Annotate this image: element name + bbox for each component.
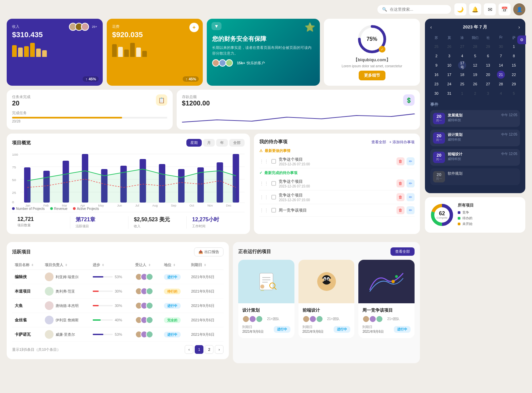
mail-icon[interactable]: ✉ xyxy=(484,3,496,15)
todo-delete-btn[interactable]: 🗑 xyxy=(396,157,405,165)
todo-edit-btn[interactable]: ✏ xyxy=(407,193,415,201)
cal-day[interactable]: 7 xyxy=(497,52,505,60)
cal-day[interactable]: 24 xyxy=(445,80,453,88)
cal-day[interactable]: 4 xyxy=(458,52,466,60)
drag-handle[interactable]: ⋮⋮ xyxy=(259,194,269,200)
cal-day[interactable]: 25 xyxy=(458,80,466,88)
search-input[interactable] xyxy=(390,7,443,12)
cal-day[interactable]: 17 xyxy=(445,71,453,79)
page-2-btn[interactable]: 2 xyxy=(205,345,213,354)
cal-day[interactable]: 10 xyxy=(445,61,453,69)
cal-day[interactable]: 17号 xyxy=(458,61,466,69)
chart-tab-week[interactable]: 星期 xyxy=(186,139,202,147)
cal-day[interactable]: 29 xyxy=(484,43,492,51)
running-section: 正在运行的项目 查看全部 xyxy=(233,242,420,363)
cal-day[interactable]: 3 xyxy=(445,52,453,60)
todo-edit-btn[interactable]: ✏ xyxy=(407,179,415,187)
cal-day[interactable]: 26 xyxy=(471,80,479,88)
drag-handle[interactable]: ⋮⋮ xyxy=(259,181,269,186)
bell-icon[interactable]: 🔔 xyxy=(469,3,481,15)
todo-delete-btn[interactable]: 🗑 xyxy=(396,193,405,201)
cal-next-btn[interactable]: › xyxy=(518,24,520,30)
cal-day[interactable]: 30 xyxy=(432,89,440,97)
cal-day[interactable]: 28 xyxy=(471,43,479,51)
todo-checkbox[interactable] xyxy=(271,195,276,200)
cal-day[interactable]: 2 xyxy=(432,52,440,60)
cal-day[interactable]: 1 xyxy=(510,43,518,51)
cal-day[interactable]: 27 xyxy=(458,43,466,51)
cal-day[interactable]: 31 xyxy=(445,89,453,97)
status-badge: 进行中 xyxy=(164,274,181,280)
cal-day[interactable]: 30 xyxy=(497,43,505,51)
cal-day[interactable]: 5 xyxy=(471,52,479,60)
more-detail-btn[interactable]: 更多细节 xyxy=(359,71,385,80)
view-all-todo-btn[interactable]: 查看全部 xyxy=(371,140,386,145)
todo-edit-btn[interactable]: ✏ xyxy=(407,157,415,165)
todo-checkbox[interactable] xyxy=(271,159,276,164)
cal-day[interactable]: 4 xyxy=(497,89,505,97)
cal-day[interactable]: 14 xyxy=(497,61,505,69)
todo-edit-btn[interactable]: ✏ xyxy=(407,206,415,214)
cal-day[interactable]: 20 xyxy=(484,71,492,79)
cal-day[interactable]: 19 xyxy=(471,71,479,79)
cal-day-today[interactable]: 21 xyxy=(497,71,505,79)
todo-checkbox[interactable] xyxy=(271,181,276,186)
cal-day[interactable]: 2 xyxy=(471,89,479,97)
search-box[interactable]: 🔍 xyxy=(377,5,451,14)
chart-tab-all[interactable]: 全部 xyxy=(229,139,245,147)
customers-label: 快乐的客户 xyxy=(247,61,265,66)
progress-circle: 75% ✓ xyxy=(357,24,387,54)
cal-day[interactable]: 18 xyxy=(458,71,466,79)
cal-day[interactable]: 27 xyxy=(484,80,492,88)
stat-hours: 12,275小时 xyxy=(192,216,239,223)
todo-delete-btn[interactable]: 🗑 xyxy=(396,179,405,187)
moon-icon[interactable]: 🌙 xyxy=(454,3,466,15)
view-all-running-btn[interactable]: 查看全部 xyxy=(390,247,415,256)
cal-day[interactable]: 28 xyxy=(497,80,505,88)
cal-day[interactable]: 25 xyxy=(432,43,440,51)
chart-tab-month[interactable]: 月 xyxy=(203,139,215,147)
page-prev-btn[interactable]: ‹ xyxy=(185,345,193,354)
drag-handle[interactable]: ⋮⋮ xyxy=(259,159,269,164)
cal-day[interactable]: 29 xyxy=(510,80,518,88)
cal-day[interactable]: 5 xyxy=(510,89,518,97)
todo-item: ⋮⋮ 竞争这个项目 2023-12-26 07:15:00 🗑 ✏ xyxy=(259,177,415,190)
calendar-settings-btn[interactable]: ⚙ xyxy=(517,35,526,44)
running-card-frontend: 前端设计 21+团队 到期日 2021年9月6日 xyxy=(298,260,355,338)
events-section: 事件 20 周一 发展规划 威特科技 中午 12:05 20 xyxy=(430,102,520,185)
cal-day[interactable]: 23 xyxy=(432,80,440,88)
cal-day[interactable]: 22 xyxy=(510,71,518,79)
export-btn[interactable]: 📤 出口报告 xyxy=(194,247,224,256)
cal-day[interactable]: 12 xyxy=(471,61,479,69)
calendar-icon[interactable]: 📅 xyxy=(499,3,511,15)
event-company: 威特科技 xyxy=(448,137,499,142)
cal-day[interactable]: 16 xyxy=(432,71,440,79)
expense-card: 花费 $920.035 + ↑45% xyxy=(107,19,203,86)
chart-tab-year[interactable]: 年 xyxy=(216,139,228,147)
cal-day[interactable]: 9 xyxy=(432,61,440,69)
cal-day[interactable]: 8 xyxy=(510,52,518,60)
user-avatar[interactable]: 👤 xyxy=(513,3,525,15)
cal-day[interactable]: 3 xyxy=(484,89,492,97)
expense-add-btn[interactable]: + xyxy=(189,23,199,32)
all-projects-donut: 62 Compete xyxy=(430,203,454,227)
cal-day[interactable]: 1 xyxy=(458,89,466,97)
cal-day[interactable]: 26 xyxy=(445,43,453,51)
page-next-btn[interactable]: › xyxy=(215,345,224,354)
projects-table: 项目名称 ⬍ 项目负责人 ⬍ 进步 ⬍ 受让人 ⬍ 地位 ⬍ 到期日 ⬍ 编辑侠… xyxy=(12,260,224,342)
tasks-icon: 📋 xyxy=(156,94,167,106)
cal-day[interactable]: 13 xyxy=(484,61,492,69)
cal-prev-btn[interactable]: ‹ xyxy=(430,24,432,30)
todo-delete-btn[interactable]: 🗑 xyxy=(396,206,405,214)
drag-handle[interactable]: ⋮⋮ xyxy=(259,208,269,213)
add-todo-btn[interactable]: + 添加待办事项 xyxy=(389,140,415,145)
revenue-chart xyxy=(12,42,97,57)
running-card-design: 设计策划 21+团队 到期日 2021年9月6日 xyxy=(238,260,294,338)
col-progress: 进步 ⬍ xyxy=(90,260,132,270)
revenue-card: 收入 $310.435 25+ ↑45% xyxy=(7,19,103,86)
page-1-btn[interactable]: 1 xyxy=(195,345,203,354)
cal-day[interactable]: 6 xyxy=(484,52,492,60)
svg-text:25: 25 xyxy=(12,191,16,194)
cal-day[interactable]: 15 xyxy=(510,61,518,69)
todo-checkbox[interactable] xyxy=(271,208,276,213)
